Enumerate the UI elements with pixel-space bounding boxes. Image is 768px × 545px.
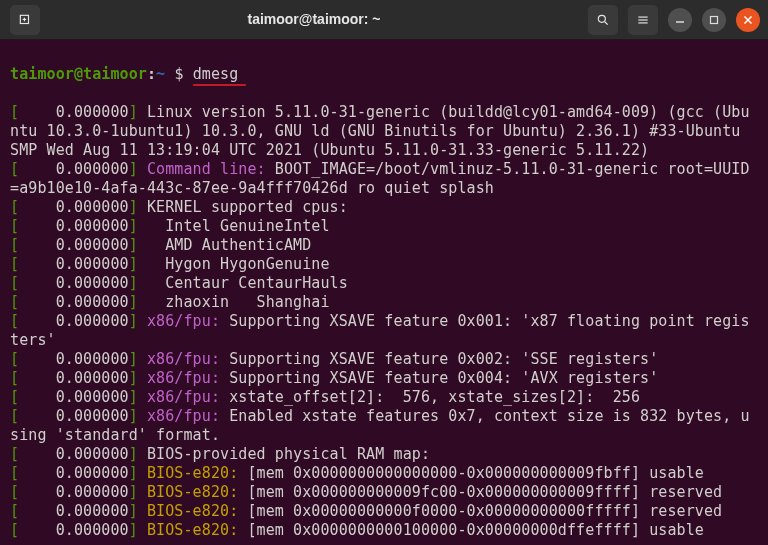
minimize-button[interactable]	[668, 8, 692, 32]
annotation-underline	[193, 84, 247, 86]
window-title: taimoor@taimoor: ~	[40, 10, 588, 29]
svg-rect-9	[711, 16, 718, 23]
typed-command: dmesg	[193, 65, 239, 83]
close-button[interactable]	[736, 8, 760, 32]
output-line: [ 0.000000] x86/fpu: Supporting XSAVE fe…	[10, 350, 758, 369]
output-line: [ 0.000000] BIOS-e820: [mem 0x0000000000…	[10, 483, 758, 502]
output-line: [ 0.000000] Linux version 5.11.0-31-gene…	[10, 103, 758, 160]
prompt-path: ~	[156, 65, 165, 83]
output-line: [ 0.000000] BIOS-e820: [mem 0x0000000000…	[10, 464, 758, 483]
output-line: [ 0.000000] KERNEL supported cpus:	[10, 198, 758, 217]
terminal-output[interactable]: taimoor@taimoor:~ $ dmesg [ 0.000000] Li…	[0, 40, 768, 545]
output-line: [ 0.000000] BIOS-e820: [mem 0x0000000000…	[10, 502, 758, 521]
output-line: [ 0.000000] AMD AuthenticAMD	[10, 236, 758, 255]
svg-point-3	[598, 15, 605, 22]
output-line: [ 0.000000] Command line: BOOT_IMAGE=/bo…	[10, 160, 758, 198]
new-tab-button[interactable]	[10, 5, 40, 35]
dmesg-lines: [ 0.000000] Linux version 5.11.0-31-gene…	[10, 103, 758, 540]
window-titlebar: taimoor@taimoor: ~	[0, 0, 768, 40]
output-line: [ 0.000000] Centaur CentaurHauls	[10, 274, 758, 293]
output-line: [ 0.000000] zhaoxin Shanghai	[10, 293, 758, 312]
output-line: [ 0.000000] Hygon HygonGenuine	[10, 255, 758, 274]
svg-line-4	[605, 21, 608, 24]
maximize-button[interactable]	[702, 8, 726, 32]
output-line: [ 0.000000] BIOS-e820: [mem 0x0000000000…	[10, 521, 758, 540]
prompt-userhost: taimoor@taimoor	[10, 65, 147, 83]
output-line: [ 0.000000] BIOS-provided physical RAM m…	[10, 445, 758, 464]
output-line: [ 0.000000] x86/fpu: Enabled xstate feat…	[10, 407, 758, 445]
output-line: [ 0.000000] x86/fpu: xstate_offset[2]: 5…	[10, 388, 758, 407]
output-line: [ 0.000000] Intel GenuineIntel	[10, 217, 758, 236]
search-button[interactable]	[588, 5, 618, 35]
output-line: [ 0.000000] x86/fpu: Supporting XSAVE fe…	[10, 369, 758, 388]
menu-button[interactable]	[628, 5, 658, 35]
output-line: [ 0.000000] x86/fpu: Supporting XSAVE fe…	[10, 312, 758, 350]
prompt-line: taimoor@taimoor:~ $ dmesg	[10, 65, 238, 83]
